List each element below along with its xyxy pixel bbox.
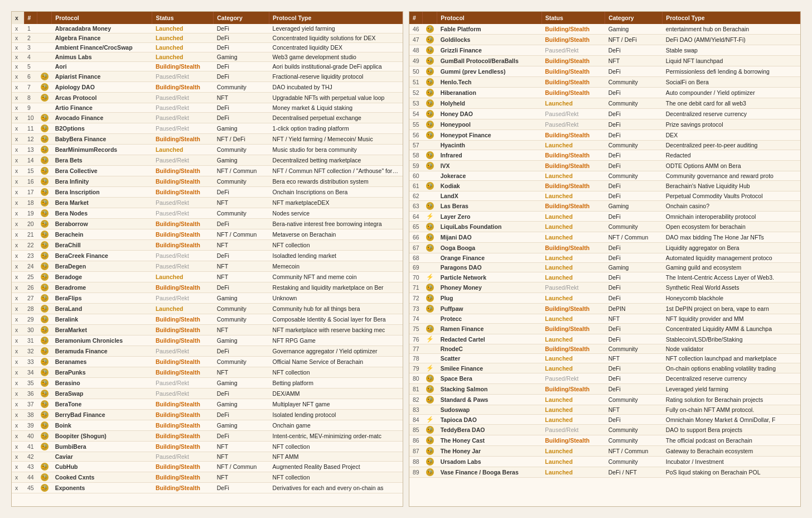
bee-icon: 🐝 [41, 252, 49, 260]
row-status: Paused/Rekt [542, 373, 605, 384]
row-num: 38 [24, 410, 37, 420]
row-icon: 🐝 [423, 98, 437, 109]
row-type: NFT collection [269, 442, 403, 452]
row-category: DeFi [214, 103, 269, 113]
row-type: DEX [663, 130, 800, 141]
row-status: Building/Stealth [542, 130, 605, 141]
row-category: NFT / DeFi [605, 35, 663, 45]
row-x: x [12, 123, 24, 134]
table-row: 83 Sudoswap Launched NFT Fully on-chain … [409, 405, 800, 415]
row-category: NFT [214, 272, 269, 282]
row-num: 63 [409, 201, 423, 212]
table-row: x 2 Algebra Finance Launched DeFi Concen… [12, 33, 403, 43]
table-row: x 39 🐝 Boink Building/Stealth Gaming Onc… [12, 420, 403, 431]
bee-icon: 🐝 [41, 484, 49, 492]
row-protocol: Exponents [52, 483, 152, 493]
row-icon [423, 171, 437, 181]
row-icon: 🐝 [423, 435, 437, 446]
bee-icon: 🐝 [41, 167, 49, 175]
row-type: Honeycomb blackhole [663, 293, 800, 304]
row-category: Community [214, 304, 269, 314]
row-status: Paused/Rekt [542, 119, 605, 130]
row-status: Paused/Rekt [152, 208, 214, 219]
row-num: 12 [24, 134, 37, 145]
row-category: Gaming [214, 293, 269, 304]
row-category: NFT [605, 354, 663, 363]
page-container: x # Protocol Status Category Protocol Ty… [0, 0, 812, 518]
row-category: DeFi [605, 212, 663, 222]
row-category: NFT / Commun [605, 232, 663, 243]
row-icon: 🐝 [37, 367, 52, 378]
row-protocol: Grizzli Finance [437, 45, 542, 56]
row-icon: ⚡ [423, 334, 437, 344]
row-num: 19 [24, 208, 37, 219]
row-num: 18 [24, 198, 37, 208]
row-icon: 🐝 [37, 346, 52, 357]
table-row: 78 Scatter Launched NFT NFT collection l… [409, 354, 800, 363]
row-protocol: Holyheld [437, 98, 542, 109]
left-table: x # Protocol Status Category Protocol Ty… [12, 12, 403, 493]
row-category: Community [214, 314, 269, 325]
row-x: x [12, 357, 24, 367]
table-row: 63 🐝 Las Beras Building/Stealth Gaming O… [409, 201, 800, 212]
row-num: 88 [409, 457, 423, 467]
row-category: DeFi [605, 243, 663, 253]
bee-icon: 🐝 [41, 273, 49, 281]
row-type: DeFi DAO (AMM/Yield/NFT-Fi) [663, 35, 800, 45]
row-x: x [12, 145, 24, 155]
row-category: DeFi [605, 88, 663, 98]
row-category: Gaming [214, 399, 269, 410]
row-num: 53 [409, 98, 423, 109]
row-num: 5 [24, 62, 37, 71]
row-icon: 🐝 [423, 77, 437, 88]
row-category: Gaming [214, 420, 269, 431]
row-type: Unknown [269, 293, 403, 304]
row-protocol: Infrared [437, 150, 542, 161]
row-type: Leveraged yield farming [269, 24, 403, 33]
row-icon: 🐝 [423, 384, 437, 395]
row-type: Community governance and reward proto [663, 171, 800, 181]
row-status: Building/Stealth [152, 62, 214, 71]
table-row: x 1 Abracadabra Money Launched DeFi Leve… [12, 24, 403, 33]
row-num: 59 [409, 161, 423, 171]
row-icon: 🐝 [37, 113, 52, 123]
row-status: Launched [542, 446, 605, 457]
bee-icon: 🐝 [426, 162, 434, 170]
row-icon: 🐝 [423, 181, 437, 191]
row-num: 35 [24, 378, 37, 388]
row-type: Aori builds institutional-grade DeFi app… [269, 62, 403, 71]
row-protocol: Honeypot Finance [437, 130, 542, 141]
row-status: Building/Stealth [542, 77, 605, 88]
row-icon: 🐝 [423, 425, 437, 435]
row-type: Onchain Inscriptions on Bera [269, 187, 403, 198]
bee-icon: 🐝 [41, 421, 49, 429]
bee-icon: 🐝 [41, 94, 49, 102]
row-protocol: Bera Inscription [52, 187, 152, 198]
table-row: x 34 🐝 BeraPunks Building/Stealth NFT NF… [12, 367, 403, 378]
row-protocol: Abracadabra Money [52, 24, 152, 33]
row-type: Metaverse on Berachain [269, 229, 403, 240]
table-row: x 35 🐝 Berasino Paused/Rekt Gaming Betti… [12, 378, 403, 388]
row-category: NFT / Commun [605, 446, 663, 457]
bee-icon: 🐝 [426, 121, 434, 128]
row-status: Paused/Rekt [152, 71, 214, 82]
row-protocol: Apiology DAO [52, 82, 152, 93]
row-status: Launched [152, 304, 214, 314]
row-num: 24 [24, 261, 37, 272]
row-protocol: Stacking Salmon [437, 384, 542, 395]
table-row: x 31 🐝 Beramonium Chronicles Building/St… [12, 335, 403, 346]
row-type: Stable swap [663, 45, 800, 56]
row-x: x [12, 472, 24, 483]
row-icon [423, 344, 437, 354]
row-icon: 🐝 [37, 93, 52, 103]
row-protocol: The Honey Cast [437, 435, 542, 446]
row-icon: 🐝 [423, 243, 437, 253]
row-protocol: LiquiLabs Foundation [437, 222, 542, 232]
table-row: 73 🐝 Puffpaw Building/Stealth DePIN 1st … [409, 304, 800, 314]
row-category: Community [214, 208, 269, 219]
row-num: 27 [24, 293, 37, 304]
table-row: 61 🐝 Kodiak Building/Stealth DeFi Berach… [409, 181, 800, 191]
row-type: NFT marketplace with reserve backing mec [269, 325, 403, 335]
row-category: NFT [214, 240, 269, 251]
row-category: Gaming [214, 335, 269, 346]
